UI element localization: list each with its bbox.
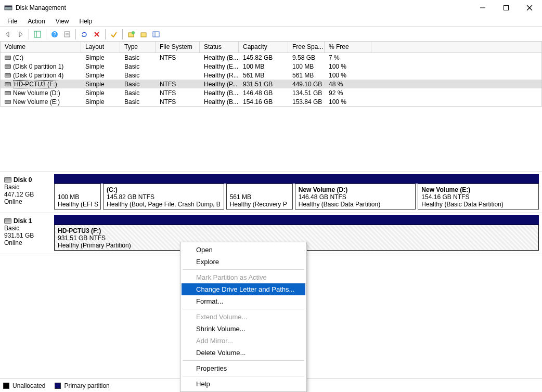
legend-label-unallocated: Unallocated xyxy=(12,382,45,389)
context-menu-item: Add Mirror... xyxy=(182,335,305,347)
context-menu-item[interactable]: Delete Volume... xyxy=(182,347,305,359)
context-menu-item[interactable]: Help xyxy=(182,378,305,390)
context-menu-item[interactable]: Format... xyxy=(182,295,305,307)
disk-info: Disk 1Basic931.51 GBOnline xyxy=(3,215,54,251)
context-menu-item: Mark Partition as Active xyxy=(182,271,305,283)
col-pctfree[interactable]: % Free xyxy=(325,42,371,53)
app-icon xyxy=(4,4,12,12)
col-status[interactable]: Status xyxy=(200,42,239,53)
svg-rect-8 xyxy=(34,31,41,37)
toolbar: ? xyxy=(0,27,542,42)
svg-marker-7 xyxy=(19,32,22,37)
context-menu-item[interactable]: Open xyxy=(182,244,305,256)
menu-view[interactable]: View xyxy=(50,17,74,26)
svg-text:?: ? xyxy=(53,32,56,37)
disk-row: Disk 0Basic447.12 GBOnline 100 MBHealthy… xyxy=(0,172,542,213)
minimize-button[interactable] xyxy=(471,1,494,15)
legend-swatch-unallocated xyxy=(3,383,9,389)
svg-marker-6 xyxy=(6,32,9,37)
back-button[interactable] xyxy=(2,29,14,40)
partition-header-bar xyxy=(54,215,539,225)
svg-rect-3 xyxy=(504,6,508,10)
table-row[interactable]: (Disk 0 partition 4)SimpleBasicHealthy (… xyxy=(1,71,541,80)
table-row[interactable]: (C:)SimpleBasicNTFSHealthy (B...145.82 G… xyxy=(1,53,541,62)
col-freespace[interactable]: Free Spa... xyxy=(288,42,325,53)
new-volume-icon[interactable] xyxy=(125,29,137,40)
window-title: Disk Management xyxy=(16,4,66,11)
partition[interactable]: 561 MBHealthy (Recovery P xyxy=(226,184,293,210)
disk-icon xyxy=(4,177,11,182)
disk-icon xyxy=(4,218,11,224)
context-menu-separator xyxy=(183,360,304,361)
check-icon[interactable] xyxy=(108,29,120,40)
col-layout[interactable]: Layout xyxy=(81,42,120,53)
eject-icon[interactable] xyxy=(138,29,149,40)
volume-list-header: Volume Layout Type File System Status Ca… xyxy=(1,42,541,53)
disk-info: Disk 0Basic447.12 GBOnline xyxy=(3,174,54,210)
svg-point-19 xyxy=(132,31,135,34)
table-row[interactable]: HD-PCTU3 (F:)SimpleBasicNTFSHealthy (P..… xyxy=(1,80,541,88)
refresh-icon[interactable] xyxy=(79,29,90,40)
context-menu-item[interactable]: Properties xyxy=(182,362,305,374)
help-icon[interactable]: ? xyxy=(49,29,60,40)
context-menu-separator xyxy=(183,269,304,270)
menubar: File Action View Help xyxy=(0,16,542,27)
context-menu: OpenExploreMark Partition as ActiveChang… xyxy=(180,242,307,392)
forward-button[interactable] xyxy=(15,29,26,40)
volume-list: Volume Layout Type File System Status Ca… xyxy=(0,42,542,107)
svg-rect-1 xyxy=(5,6,12,7)
table-row[interactable]: New Volume (D:)SimpleBasicNTFSHealthy (B… xyxy=(1,88,541,97)
legend-label-primary: Primary partition xyxy=(64,382,109,389)
partition[interactable]: (C:)145.82 GB NTFSHealthy (Boot, Page Fi… xyxy=(103,184,224,210)
delete-icon[interactable] xyxy=(91,29,102,40)
maximize-button[interactable] xyxy=(494,1,518,15)
partition[interactable]: New Volume (E:)154.16 GB NTFSHealthy (Ba… xyxy=(418,184,539,210)
col-filesystem[interactable]: File System xyxy=(156,42,200,53)
table-row[interactable]: (Disk 0 partition 1)SimpleBasicHealthy (… xyxy=(1,62,541,71)
properties-icon[interactable] xyxy=(61,29,73,40)
partition[interactable]: New Volume (D:)146.48 GB NTFSHealthy (Ba… xyxy=(295,184,416,210)
settings-icon[interactable] xyxy=(150,29,162,40)
close-button[interactable] xyxy=(518,1,541,15)
svg-rect-12 xyxy=(64,32,70,37)
show-hide-console-tree-icon[interactable] xyxy=(32,29,43,40)
menu-file[interactable]: File xyxy=(2,17,22,26)
col-type[interactable]: Type xyxy=(120,42,156,53)
col-volume[interactable]: Volume xyxy=(1,42,81,53)
context-menu-separator xyxy=(183,376,304,376)
context-menu-separator xyxy=(183,309,304,309)
table-row[interactable]: New Volume (E:)SimpleBasicNTFSHealthy (B… xyxy=(1,97,541,106)
context-menu-item[interactable]: Shrink Volume... xyxy=(182,323,305,335)
svg-rect-20 xyxy=(141,33,146,37)
context-menu-item: Extend Volume... xyxy=(182,311,305,323)
menu-action[interactable]: Action xyxy=(22,17,50,26)
col-capacity[interactable]: Capacity xyxy=(239,42,288,53)
partition[interactable]: 100 MBHealthy (EFI S xyxy=(54,184,101,210)
context-menu-item[interactable]: Explore xyxy=(182,256,305,268)
menu-help[interactable]: Help xyxy=(74,17,98,26)
partition-header-bar xyxy=(54,174,539,184)
legend-swatch-primary xyxy=(55,383,61,389)
context-menu-item[interactable]: Change Drive Letter and Paths... xyxy=(182,283,305,295)
titlebar: Disk Management xyxy=(0,0,542,16)
svg-rect-21 xyxy=(153,32,159,37)
